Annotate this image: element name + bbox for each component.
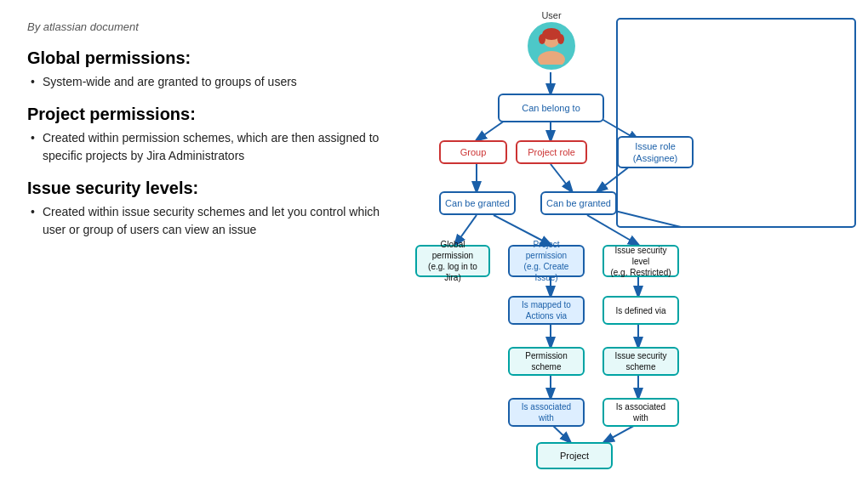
global-permissions-item-1: System-wide and are granted to groups of… [27,73,381,91]
is-associated-left-node: Is associated with [508,398,585,427]
project-permissions-heading: Project permissions: [27,105,381,124]
attribution: By atlassian document [27,20,381,33]
global-permission-node: Global permission (e.g. log in to Jira) [415,245,490,277]
is-associated-right-node: Is associated with [602,398,679,427]
svg-point-24 [557,34,564,44]
project-permissions-item-1: Created within permission schemes, which… [27,129,381,165]
global-permissions-list: System-wide and are granted to groups of… [27,73,381,91]
can-be-granted-left-node: Can be granted [439,191,516,215]
issue-role-node: Issue role (Assignee) [617,136,694,168]
is-defined-via-node: Is defined via [602,296,679,325]
svg-line-9 [587,215,638,245]
project-node: Project [536,442,613,469]
svg-rect-18 [617,19,855,227]
svg-line-5 [551,164,572,191]
can-be-granted-right-node: Can be granted [540,191,617,215]
project-role-node: Project role [516,140,587,164]
issue-security-item-1: Created within issue security schemes an… [27,203,381,239]
right-panel: User Can belong to Group Project role [408,0,868,488]
project-permission-node: Project permission (e.g. Create Issue) [508,245,585,277]
group-node: Group [439,140,507,164]
user-label: User [530,10,573,20]
issue-security-scheme-node: Issue security scheme [602,347,679,376]
left-panel: By atlassian document Global permissions… [0,0,408,488]
svg-point-21 [538,51,565,65]
diagram: User Can belong to Group Project role [408,9,859,479]
issue-security-heading: Issue security levels: [27,179,381,198]
project-permissions-list: Created within permission schemes, which… [27,129,381,165]
is-mapped-to-node: Is mapped to Actions via [508,296,585,325]
svg-point-23 [539,34,545,44]
permission-scheme-node: Permission scheme [508,347,585,376]
user-avatar [528,22,575,70]
issue-security-level-node: Issue security level (e.g. Restricted) [602,245,679,277]
issue-security-list: Created within issue security schemes an… [27,203,381,239]
can-belong-to-node: Can belong to [498,94,604,122]
global-permissions-heading: Global permissions: [27,48,381,68]
